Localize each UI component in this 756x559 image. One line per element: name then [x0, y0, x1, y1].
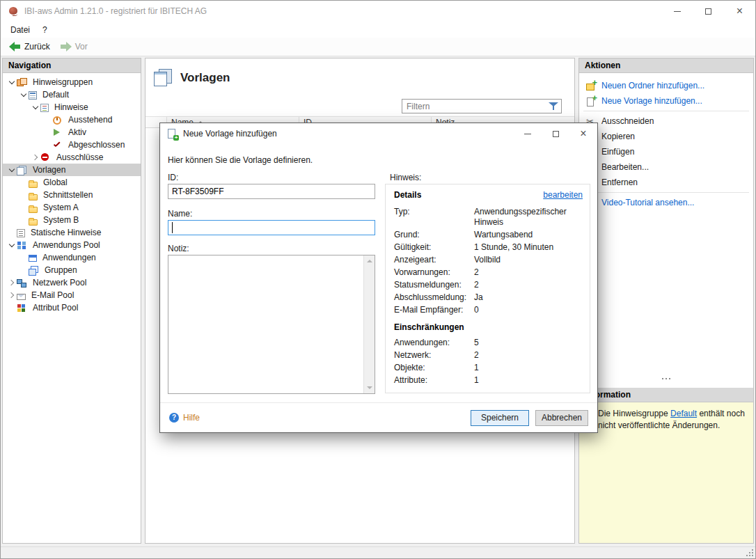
tree-item[interactable]: Attribut Pool — [3, 301, 141, 314]
tree-chevron-icon[interactable] — [7, 290, 17, 300]
note-scrollbar[interactable] — [363, 255, 375, 393]
tree-chevron-icon[interactable] — [19, 215, 29, 225]
tree-chevron-icon[interactable] — [7, 77, 17, 87]
bearbeiten-link[interactable]: bearbeiten — [543, 190, 583, 200]
tree-item-icon — [29, 255, 37, 262]
filter-box[interactable] — [402, 99, 562, 113]
tree-item[interactable]: Aktiv — [3, 126, 141, 139]
tree-item[interactable]: Hinweise — [3, 101, 141, 113]
maximize-button[interactable] — [693, 1, 724, 22]
tree-item[interactable]: Global — [3, 176, 141, 189]
tree-chevron-icon[interactable] — [19, 190, 29, 200]
tree-chevron-icon[interactable] — [42, 140, 52, 150]
einschraenkungen-header: Einschränkungen — [394, 322, 583, 332]
restriction-label: Netzwerk: — [394, 350, 474, 361]
tree-chevron-icon[interactable] — [19, 178, 29, 187]
info-default-link[interactable]: Default — [670, 409, 697, 418]
tree-chevron-icon[interactable] — [7, 278, 17, 288]
dialog-minimize-button[interactable] — [514, 123, 542, 144]
menubar: Datei ? — [1, 22, 755, 38]
action-label: Video-Tutorial ansehen... — [601, 198, 694, 207]
action-item[interactable]: Entfernen — [579, 175, 753, 190]
tree-item-icon — [52, 141, 63, 150]
tree-item-label: Gruppen — [42, 265, 80, 275]
detail-row: Gültigkeit: 1 Stunde, 30 Minuten — [394, 242, 583, 253]
tree-item[interactable]: Ausstehend — [3, 113, 141, 126]
tree-item[interactable]: System A — [3, 201, 141, 214]
tree-item[interactable]: Abgeschlossen — [3, 139, 141, 151]
tree-chevron-icon[interactable] — [42, 115, 52, 125]
tree-chevron-icon[interactable] — [19, 203, 29, 212]
menu-datei[interactable]: Datei — [4, 23, 36, 37]
tree-item[interactable]: Ausschlüsse — [3, 151, 141, 164]
action-item[interactable]: Bearbeiten... — [579, 159, 753, 175]
detail-label: Typ: — [394, 207, 474, 228]
dialog-maximize-button[interactable] — [542, 123, 569, 144]
tree-item[interactable]: Anwendungen — [3, 251, 141, 264]
name-input[interactable] — [168, 220, 375, 235]
tree-chevron-icon[interactable] — [31, 102, 40, 112]
tree-chevron-icon[interactable] — [7, 228, 17, 237]
tree-item-label: Default — [40, 90, 72, 100]
details-panel: Details bearbeiten Typ: Anwendungsspezif… — [385, 184, 590, 393]
action-item[interactable]: Neuen Ordner hinzufügen... — [579, 78, 753, 93]
restriction-value: 1 — [474, 363, 583, 373]
tree-chevron-icon[interactable] — [19, 265, 29, 275]
help-icon — [169, 413, 179, 423]
tree-item[interactable]: Netzwerk Pool — [3, 276, 141, 289]
tree-item[interactable]: System B — [3, 214, 141, 226]
tree-chevron-icon[interactable] — [42, 127, 52, 137]
tree-item[interactable]: Schnittstellen — [3, 189, 141, 201]
tree-chevron-icon[interactable] — [31, 152, 40, 162]
close-icon — [737, 6, 743, 17]
detail-value: Anwendungsspezifischer Hinweis — [474, 207, 583, 228]
restriction-row: Anwendungen: 5 — [394, 338, 583, 348]
dialog-minimize-icon — [524, 134, 531, 134]
menu-help[interactable]: ? — [36, 23, 54, 37]
minimize-button[interactable] — [661, 1, 693, 22]
tree-item[interactable]: Statische Hinweise — [3, 226, 141, 239]
tree-item-label: System B — [40, 215, 81, 225]
cancel-button[interactable]: Abbrechen — [535, 410, 588, 426]
tree-chevron-icon[interactable] — [19, 253, 29, 262]
id-input[interactable] — [168, 184, 375, 199]
tree-item[interactable]: Gruppen — [3, 264, 141, 276]
action-item[interactable]: Kopieren — [579, 129, 753, 144]
back-arrow-icon — [9, 42, 21, 52]
save-button[interactable]: Speichern — [471, 410, 529, 426]
restriction-row: Attribute: 1 — [394, 375, 583, 386]
action-item[interactable]: Ausschneiden — [579, 113, 753, 129]
action-item[interactable]: Neue Vorlage hinzufügen... — [579, 93, 753, 109]
tree-chevron-icon[interactable] — [7, 165, 17, 175]
close-button[interactable] — [724, 1, 755, 22]
tree-chevron-icon[interactable] — [7, 303, 17, 313]
note-field — [168, 255, 375, 394]
filter-input[interactable] — [402, 100, 549, 113]
note-textarea[interactable] — [168, 255, 364, 393]
restriction-row: Netzwerk: 2 — [394, 350, 583, 361]
tree-chevron-icon[interactable] — [7, 240, 17, 250]
page-title-row: Vorlagen — [145, 58, 574, 86]
tree-item[interactable]: Default — [3, 88, 141, 101]
tree-item[interactable]: Anwendungs Pool — [3, 239, 141, 251]
tree-item[interactable]: Hinweisgruppen — [3, 76, 141, 88]
tree-item[interactable]: E-Mail Pool — [3, 289, 141, 301]
resize-grip-icon[interactable] — [746, 549, 753, 556]
back-button[interactable]: Zurück — [4, 40, 55, 54]
tree-chevron-icon[interactable] — [19, 90, 29, 100]
forward-button[interactable]: Vor — [55, 40, 93, 54]
detail-value: 2 — [474, 280, 583, 290]
splitter-grip[interactable] — [579, 375, 753, 382]
action-label: Einfügen — [601, 147, 634, 157]
filter-funnel-icon[interactable] — [549, 102, 558, 111]
help-button[interactable]: Hilfe — [169, 413, 471, 423]
action-item[interactable]: Video-Tutorial ansehen... — [579, 195, 753, 210]
restriction-row: Objekte: 1 — [394, 363, 583, 373]
statusbar — [1, 546, 755, 558]
action-item[interactable]: Einfügen — [579, 144, 753, 159]
dialog-close-button[interactable] — [569, 123, 597, 144]
dialog-footer: Hilfe Speichern Abbrechen — [160, 402, 597, 432]
tree-item-label: Statische Hinweise — [28, 228, 104, 237]
tree-item[interactable]: Vorlagen — [3, 164, 141, 176]
action-label: Ausschneiden — [601, 116, 654, 126]
